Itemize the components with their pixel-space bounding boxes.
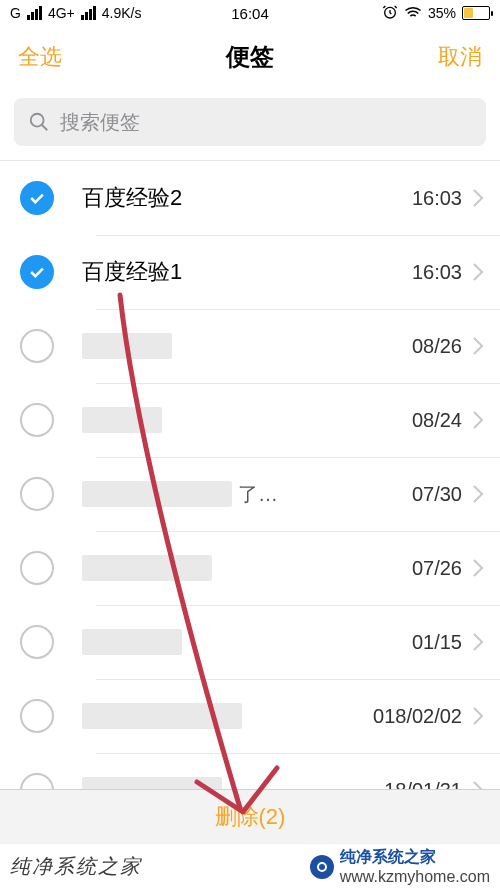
bottom-toolbar: 删除(2) bbox=[0, 789, 500, 843]
checkbox[interactable] bbox=[20, 625, 54, 659]
select-all-button[interactable]: 全选 bbox=[0, 26, 80, 88]
note-time: 16:03 bbox=[412, 261, 462, 284]
page-title: 便签 bbox=[226, 41, 274, 73]
note-title bbox=[82, 555, 212, 581]
search-icon bbox=[28, 111, 50, 133]
note-row[interactable]: 08/24 bbox=[0, 383, 500, 457]
battery-icon bbox=[462, 6, 490, 20]
note-list: 百度经验216:03百度经验116:0308/2608/24了…07/3007/… bbox=[0, 161, 500, 889]
note-title bbox=[82, 333, 172, 359]
note-title bbox=[82, 703, 242, 729]
search-input[interactable]: 搜索便签 bbox=[14, 98, 486, 146]
note-time: 01/15 bbox=[412, 631, 462, 654]
cancel-button[interactable]: 取消 bbox=[420, 26, 500, 88]
search-placeholder: 搜索便签 bbox=[60, 109, 140, 136]
note-time: 07/26 bbox=[412, 557, 462, 580]
delete-button[interactable]: 删除(2) bbox=[215, 802, 286, 832]
note-row[interactable]: 百度经验216:03 bbox=[0, 161, 500, 235]
note-title bbox=[82, 629, 182, 655]
note-title bbox=[82, 481, 232, 507]
note-row[interactable]: 百度经验116:03 bbox=[0, 235, 500, 309]
note-time: 018/02/02 bbox=[373, 705, 462, 728]
chevron-right-icon bbox=[472, 336, 484, 356]
note-title bbox=[82, 407, 162, 433]
svg-line-2 bbox=[42, 125, 48, 131]
note-time: 08/26 bbox=[412, 335, 462, 358]
note-row[interactable]: 01/15 bbox=[0, 605, 500, 679]
status-bar: G 4G+ 4.9K/s 16:04 35% bbox=[0, 0, 500, 26]
checkbox[interactable] bbox=[20, 551, 54, 585]
nav-header: 全选 便签 取消 bbox=[0, 26, 500, 88]
note-row[interactable]: 了…07/30 bbox=[0, 457, 500, 531]
chevron-right-icon bbox=[472, 188, 484, 208]
chevron-right-icon bbox=[472, 706, 484, 726]
checkbox[interactable] bbox=[20, 255, 54, 289]
watermark-right: 纯净系统之家 www.kzmyhome.com bbox=[310, 847, 500, 886]
note-row[interactable]: 018/02/02 bbox=[0, 679, 500, 753]
checkbox[interactable] bbox=[20, 403, 54, 437]
watermark-left: 纯净系统之家 bbox=[0, 853, 142, 880]
chevron-right-icon bbox=[472, 558, 484, 578]
watermark-strip: 纯净系统之家 纯净系统之家 www.kzmyhome.com bbox=[0, 843, 500, 889]
note-title: 百度经验2 bbox=[82, 183, 182, 213]
clock: 16:04 bbox=[0, 5, 500, 22]
note-row[interactable]: 08/26 bbox=[0, 309, 500, 383]
watermark-logo-icon bbox=[310, 855, 334, 879]
note-title: 百度经验1 bbox=[82, 257, 182, 287]
chevron-right-icon bbox=[472, 484, 484, 504]
note-time: 07/30 bbox=[412, 483, 462, 506]
chevron-right-icon bbox=[472, 410, 484, 430]
note-time: 16:03 bbox=[412, 187, 462, 210]
checkbox[interactable] bbox=[20, 477, 54, 511]
note-title-suffix: 了… bbox=[238, 481, 278, 508]
chevron-right-icon bbox=[472, 632, 484, 652]
checkbox[interactable] bbox=[20, 329, 54, 363]
checkbox[interactable] bbox=[20, 181, 54, 215]
checkbox[interactable] bbox=[20, 699, 54, 733]
chevron-right-icon bbox=[472, 262, 484, 282]
note-row[interactable]: 07/26 bbox=[0, 531, 500, 605]
svg-point-1 bbox=[31, 114, 44, 127]
note-time: 08/24 bbox=[412, 409, 462, 432]
